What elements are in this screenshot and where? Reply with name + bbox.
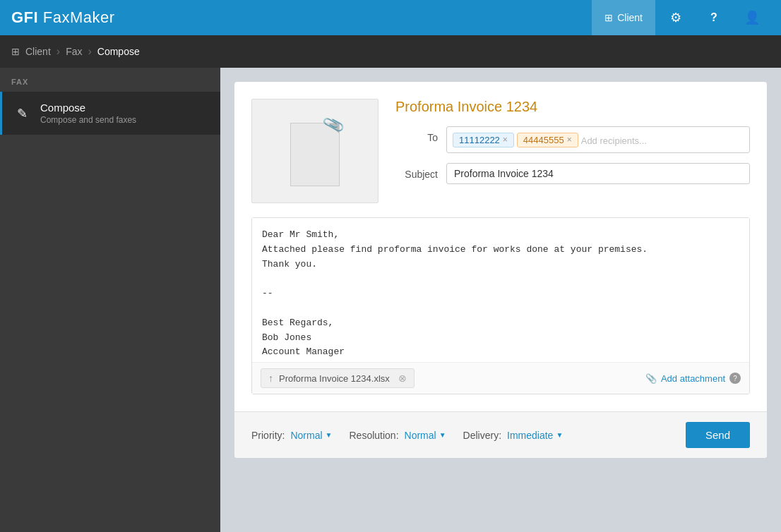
- paperclip-add-icon: 📎: [645, 373, 657, 384]
- add-attachment-button[interactable]: 📎 Add attachment ?: [645, 373, 741, 384]
- attachment-filename: Proforma Invoice 1234.xlsx: [279, 373, 390, 384]
- attachment-remove-button[interactable]: ⊗: [398, 373, 407, 384]
- to-field-row: To 11112222 × 44445555 × Add: [395, 126, 750, 153]
- attachment-row: ↑ Proforma Invoice 1234.xlsx ⊗ 📎 Add att…: [252, 362, 749, 394]
- help-icon: ?: [710, 11, 717, 24]
- doc-icon: 📎: [287, 116, 343, 186]
- top-nav-right: ⊞ Client ⚙ ? 👤: [592, 0, 770, 35]
- breadcrumb-icon: ⊞: [11, 46, 20, 57]
- resolution-arrow-icon: ▼: [439, 431, 446, 439]
- main-layout: FAX ✎ Compose Compose and send faxes 📎: [0, 68, 781, 532]
- gear-icon: ⚙: [670, 10, 681, 25]
- client-nav-icon: ⊞: [604, 12, 613, 23]
- logo: GFI FaxMaker: [11, 8, 115, 27]
- recipient-number-1: 11112222: [459, 135, 500, 145]
- compose-title: Proforma Invoice 1234: [395, 99, 750, 115]
- attachment-file: ↑ Proforma Invoice 1234.xlsx ⊗: [261, 368, 415, 388]
- compose-footer: Priority: Normal ▼ Resolution: Normal ▼ …: [234, 411, 767, 458]
- sidebar-item-compose-label: Compose: [40, 102, 136, 114]
- priority-select[interactable]: Normal ▼: [290, 430, 332, 441]
- breadcrumb-compose: Compose: [97, 46, 140, 57]
- to-label: To: [395, 126, 438, 143]
- top-nav: GFI FaxMaker ⊞ Client ⚙ ? 👤: [0, 0, 781, 35]
- recipient-remove-1[interactable]: ×: [503, 135, 508, 144]
- compose-card: 📎 Proforma Invoice 1234 To 11112222: [234, 82, 767, 458]
- breadcrumb-fax[interactable]: Fax: [66, 46, 82, 57]
- send-button[interactable]: Send: [686, 422, 750, 448]
- add-attachment-label: Add attachment: [661, 373, 725, 384]
- compose-body: 📎 Proforma Invoice 1234 To 11112222: [234, 82, 767, 411]
- delivery-label: Delivery:: [463, 430, 501, 441]
- subject-input[interactable]: [446, 163, 750, 184]
- priority-arrow-icon: ▼: [326, 431, 333, 439]
- resolution-select[interactable]: Normal ▼: [405, 430, 446, 441]
- message-textarea[interactable]: Dear Mr Smith, Attached please find prof…: [252, 218, 749, 359]
- breadcrumb-sep-2: ›: [88, 45, 91, 58]
- sidebar-section-fax: FAX: [0, 68, 220, 92]
- recipient-tag-1[interactable]: 11112222 ×: [453, 133, 514, 147]
- sidebar: FAX ✎ Compose Compose and send faxes: [0, 68, 220, 532]
- document-preview: 📎: [251, 99, 378, 203]
- attachment-help-icon[interactable]: ?: [729, 373, 741, 384]
- message-area: Dear Mr Smith, Attached please find prof…: [251, 217, 750, 394]
- recipient-tag-2[interactable]: 44445555 ×: [517, 133, 578, 147]
- priority-field: Priority: Normal ▼: [251, 430, 332, 441]
- sidebar-item-compose-sub: Compose and send faxes: [40, 115, 136, 125]
- breadcrumb-sep-1: ›: [56, 45, 60, 58]
- compose-fields: Proforma Invoice 1234 To 11112222 × 444: [395, 99, 750, 203]
- client-nav-label: Client: [617, 12, 643, 23]
- user-icon: 👤: [744, 10, 760, 25]
- compose-top: 📎 Proforma Invoice 1234 To 11112222: [251, 99, 750, 203]
- subject-field-row: Subject: [395, 163, 750, 184]
- recipient-number-2: 44445555: [523, 135, 564, 145]
- recipient-remove-2[interactable]: ×: [567, 135, 572, 144]
- settings-nav-button[interactable]: ⚙: [658, 0, 693, 35]
- compose-icon: ✎: [13, 106, 30, 121]
- help-nav-button[interactable]: ?: [696, 0, 732, 35]
- resolution-label: Resolution:: [349, 430, 398, 441]
- priority-label: Priority:: [251, 430, 285, 441]
- breadcrumb-client[interactable]: Client: [25, 46, 51, 57]
- breadcrumb-bar: ⊞ Client › Fax › Compose: [0, 35, 781, 68]
- content-area: 📎 Proforma Invoice 1234 To 11112222: [220, 68, 781, 532]
- delivery-field: Delivery: Immediate ▼: [463, 430, 564, 441]
- user-nav-button[interactable]: 👤: [734, 0, 770, 35]
- delivery-arrow-icon: ▼: [556, 431, 563, 439]
- resolution-value: Normal: [405, 430, 436, 441]
- file-icon: ↑: [268, 373, 273, 384]
- delivery-select[interactable]: Immediate ▼: [507, 430, 563, 441]
- recipients-field[interactable]: 11112222 × 44445555 × Add recipients...: [446, 126, 750, 153]
- subject-label: Subject: [395, 163, 438, 180]
- resolution-field: Resolution: Normal ▼: [349, 430, 446, 441]
- sidebar-item-compose[interactable]: ✎ Compose Compose and send faxes: [0, 92, 220, 135]
- priority-value: Normal: [290, 430, 322, 441]
- delivery-value: Immediate: [507, 430, 553, 441]
- recipients-placeholder: Add recipients...: [581, 135, 647, 146]
- client-nav-button[interactable]: ⊞ Client: [592, 0, 655, 35]
- logo-text: GFI FaxMaker: [11, 8, 115, 27]
